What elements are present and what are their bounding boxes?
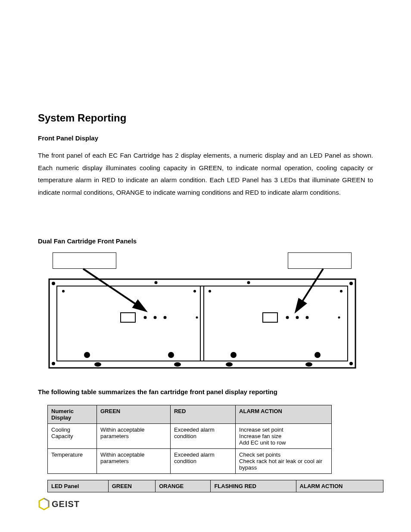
callout-box-left: [53, 252, 116, 269]
svg-point-33: [338, 317, 340, 319]
svg-point-20: [62, 290, 65, 292]
table-intro: The following table summarizes the fan c…: [38, 388, 373, 395]
svg-point-14: [226, 362, 233, 367]
front-panel-drawing: [48, 278, 356, 369]
svg-point-28: [196, 317, 198, 319]
t1-r1-c1: Within acceptable parameters: [97, 449, 170, 474]
svg-point-32: [306, 316, 309, 319]
geist-logo-text: GEIST: [52, 499, 80, 509]
svg-point-22: [209, 290, 211, 292]
svg-point-10: [155, 281, 158, 284]
svg-point-6: [52, 282, 55, 285]
svg-rect-3: [57, 286, 348, 361]
t2-h4: ALARM ACTION: [296, 480, 383, 492]
svg-point-9: [349, 362, 353, 365]
svg-point-27: [164, 316, 167, 319]
subhead-front-panel-display: Front Panel Display: [38, 134, 373, 142]
svg-point-13: [174, 362, 181, 367]
svg-rect-24: [121, 313, 135, 322]
svg-point-12: [94, 362, 101, 367]
t1-r0-c1: Within acceptable parameters: [97, 424, 170, 449]
svg-rect-29: [263, 313, 277, 322]
t1-r0-c0: Cooling Capacity: [48, 424, 97, 449]
svg-point-17: [168, 352, 174, 358]
geist-logo-icon: [38, 498, 50, 510]
led-panel-table: LED Panel GREEN ORANGE FLASHING RED ALAR…: [47, 480, 383, 492]
svg-point-19: [314, 352, 321, 358]
t2-h1: GREEN: [108, 480, 155, 492]
dual-fan-diagram: [38, 252, 361, 371]
svg-point-11: [247, 281, 250, 284]
section-title: System Reporting: [38, 112, 373, 124]
svg-point-8: [52, 362, 55, 365]
t1-h1: GREEN: [97, 405, 170, 424]
t2-h0: LED Panel: [48, 480, 109, 492]
t1-r0-c2: Exceeded alarm condition: [170, 424, 235, 449]
t1-h0: Numeric Display: [48, 405, 97, 424]
svg-point-18: [230, 352, 237, 358]
t2-h3: FLASHING RED: [211, 480, 296, 492]
svg-point-15: [305, 362, 312, 367]
t1-h2: RED: [170, 405, 235, 424]
svg-point-25: [144, 316, 147, 319]
svg-point-30: [286, 316, 289, 319]
svg-rect-2: [49, 279, 355, 368]
t1-r0-c3: Increase set point Increase fan size Add…: [236, 424, 332, 449]
geist-logo: GEIST: [38, 498, 80, 510]
t1-r1-c2: Exceeded alarm condition: [170, 449, 235, 474]
t1-r1-c3: Check set points Check rack hot air leak…: [236, 449, 332, 474]
svg-point-23: [340, 290, 342, 292]
svg-point-31: [296, 316, 299, 319]
svg-point-26: [154, 316, 157, 319]
svg-point-7: [349, 282, 353, 285]
numeric-display-table: Numeric Display GREEN RED ALARM ACTION C…: [47, 405, 332, 474]
callout-box-right: [288, 252, 352, 269]
t2-h2: ORANGE: [156, 480, 211, 492]
t1-r1-c0: Temperature: [48, 449, 97, 474]
paragraph-front-panel: The front panel of each EC Fan Cartridge…: [38, 149, 373, 199]
svg-point-16: [84, 352, 90, 358]
svg-point-21: [193, 290, 196, 292]
subhead-dual-fan: Dual Fan Cartridge Front Panels: [38, 237, 373, 245]
t1-h3: ALARM ACTION: [236, 405, 332, 424]
